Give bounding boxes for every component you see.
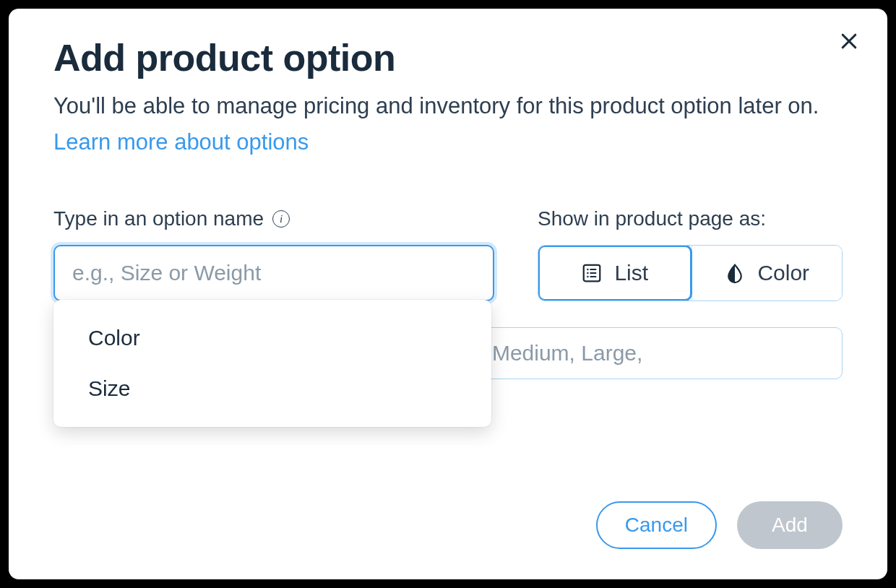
option-name-label: Type in an option name i (53, 207, 494, 230)
option-name-field: Type in an option name i Color Size (53, 207, 494, 301)
add-product-option-modal: Add product option You'll be able to man… (9, 9, 887, 579)
suggestion-size[interactable]: Size (53, 363, 491, 414)
display-as-color-label: Color (757, 261, 809, 285)
modal-subtitle: You'll be able to manage pricing and inv… (53, 88, 843, 160)
option-name-input[interactable] (53, 245, 494, 301)
display-as-color-button[interactable]: Color (692, 246, 843, 301)
close-icon (838, 30, 860, 52)
modal-title: Add product option (53, 36, 843, 79)
subtitle-text: You'll be able to manage pricing and inv… (53, 93, 819, 118)
learn-more-link[interactable]: Learn more about options (53, 129, 309, 155)
add-button[interactable]: Add (737, 501, 843, 549)
cancel-button[interactable]: Cancel (596, 501, 717, 549)
display-as-label-text: Show in product page as: (538, 207, 766, 230)
add-button-label: Add (772, 514, 808, 537)
option-name-suggestions: Color Size (53, 300, 491, 427)
list-icon (581, 262, 603, 284)
close-button[interactable] (838, 30, 860, 55)
display-as-label: Show in product page as: (538, 207, 843, 230)
svg-point-5 (587, 276, 590, 278)
suggestion-color[interactable]: Color (53, 313, 491, 363)
modal-footer: Cancel Add (596, 501, 843, 549)
cancel-button-label: Cancel (625, 514, 688, 537)
droplet-icon (724, 262, 746, 284)
info-icon[interactable]: i (272, 210, 290, 228)
display-as-field: Show in product page as: List (538, 207, 843, 301)
option-name-label-text: Type in an option name (53, 207, 264, 230)
svg-point-1 (587, 269, 590, 271)
display-as-list-button[interactable]: List (538, 245, 692, 301)
display-as-toggle: List Color (538, 245, 843, 301)
svg-point-3 (587, 272, 590, 274)
display-as-list-label: List (614, 261, 648, 285)
